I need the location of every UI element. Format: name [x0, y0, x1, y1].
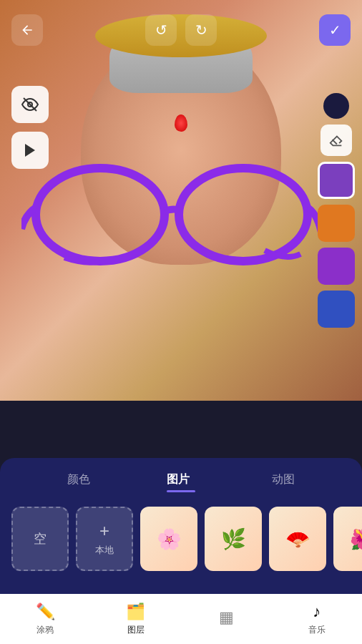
local-label: 本地 — [95, 544, 114, 557]
image-area — [0, 0, 362, 401]
color-swatch-violet[interactable] — [318, 248, 355, 285]
phone-container: ↺ ↻ ✓ — [0, 0, 362, 644]
tab-color[interactable]: 颜色 — [59, 469, 99, 495]
pattern-icon: ▦ — [219, 608, 234, 627]
glasses-drawing — [21, 157, 322, 272]
gallery-item-4[interactable]: 🌺 — [333, 507, 362, 571]
nav-layer[interactable]: 🗂️ 图层 — [91, 597, 182, 642]
music-icon: ♪ — [313, 602, 321, 621]
thumb-1-decoration: 🌸 — [140, 507, 197, 571]
bottom-nav: ✏️ 涂鸦 🗂️ 图层 ▦ ♪ 音乐 — [0, 594, 362, 644]
tab-color-label: 颜色 — [67, 473, 90, 485]
layer-label: 图层 — [127, 624, 145, 636]
color-swatch-purple[interactable] — [318, 162, 355, 199]
tab-bar: 颜色 图片 动图 — [0, 458, 362, 498]
back-button[interactable] — [11, 14, 43, 46]
undo-button[interactable]: ↺ — [145, 14, 177, 46]
tab-gif[interactable]: 动图 — [263, 469, 303, 495]
confirm-button[interactable]: ✓ — [319, 14, 351, 46]
right-color-panel — [318, 93, 355, 328]
gallery-row: 空 + 本地 🌸 🌿 🪭 🌺 — [0, 498, 362, 580]
gallery-item-empty[interactable]: 空 — [11, 507, 69, 571]
nav-draw[interactable]: ✏️ 涂鸦 — [0, 597, 91, 642]
color-dot-dark[interactable] — [323, 93, 349, 119]
top-center-buttons: ↺ ↻ — [145, 14, 217, 46]
svg-point-1 — [179, 168, 308, 261]
local-plus-icon: + — [99, 521, 109, 541]
tab-gif-label: 动图 — [272, 473, 295, 485]
gallery-item-1[interactable]: 🌸 — [140, 507, 197, 571]
gallery-item-3[interactable]: 🪭 — [269, 507, 326, 571]
thumb-4-decoration: 🌺 — [333, 507, 362, 571]
nav-music[interactable]: ♪ 音乐 — [272, 597, 363, 642]
svg-marker-4 — [25, 144, 35, 157]
tab-underline — [167, 490, 195, 492]
color-swatch-orange[interactable] — [318, 205, 355, 242]
thumb-2-decoration: 🌿 — [205, 507, 262, 571]
bottom-panel: 颜色 图片 动图 空 + 本地 🌸 — [0, 458, 362, 594]
play-button[interactable] — [11, 132, 49, 169]
top-toolbar: ↺ ↻ ✓ — [0, 14, 362, 46]
layer-icon: 🗂️ — [126, 602, 145, 621]
thumb-3-decoration: 🪭 — [269, 507, 326, 571]
svg-point-0 — [36, 168, 165, 261]
music-label: 音乐 — [308, 624, 326, 636]
gallery-item-2[interactable]: 🌿 — [205, 507, 262, 571]
gallery-item-local[interactable]: + 本地 — [76, 507, 133, 571]
tab-image[interactable]: 图片 — [158, 469, 204, 495]
check-icon: ✓ — [329, 21, 341, 39]
redo-icon: ↻ — [195, 21, 207, 39]
tab-image-label: 图片 — [167, 473, 190, 485]
draw-label: 涂鸦 — [36, 624, 54, 636]
draw-icon: ✏️ — [36, 602, 55, 621]
redo-button[interactable]: ↻ — [185, 14, 217, 46]
nav-pattern[interactable]: ▦ — [181, 602, 272, 635]
eraser-button[interactable] — [321, 125, 352, 156]
eye-button[interactable] — [11, 86, 49, 123]
undo-icon: ↺ — [155, 21, 167, 39]
color-swatch-blue[interactable] — [318, 291, 355, 328]
empty-label: 空 — [34, 530, 47, 547]
left-panel — [11, 86, 49, 169]
